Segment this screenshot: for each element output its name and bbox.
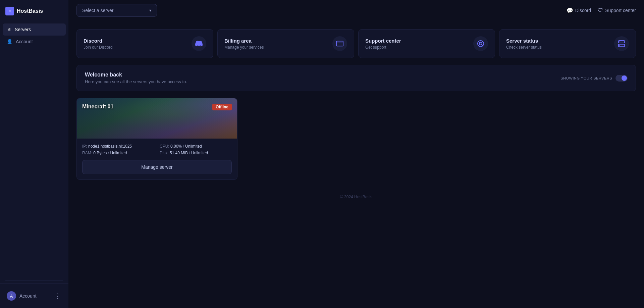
billing-card-title: Billing area [224,38,264,44]
sidebar-account-button[interactable]: A Account ⋮ [3,288,66,304]
billing-card-icon [332,36,347,51]
support-link-label: Support center [605,8,636,13]
avatar: A [7,291,16,301]
manage-server-button[interactable]: Manage server [82,160,232,174]
account-label: Account [19,293,37,299]
footer-text: © 2024 HostBasis [340,195,372,199]
sidebar-bottom: A Account ⋮ [0,284,68,308]
svg-line-4 [479,42,480,43]
app-name: HostBasis [17,8,43,14]
discord-link-label: Discord [575,8,591,13]
server-card-overlay: Minecraft 01 Offline [77,98,237,139]
showing-servers-label: SHOWING YOUR SERVERS [560,76,612,80]
discord-icon: 💬 [567,7,573,14]
discord-link[interactable]: 💬 Discord [567,7,591,14]
server-status-card-title: Server status [506,38,542,44]
server-card-body: IP: node1.hostbasis.nl:1025 CPU: 0.00% /… [77,139,237,179]
welcome-title: Welcome back [85,72,187,78]
quick-link-server-status[interactable]: Server status Check server status [499,29,636,58]
servers-list: Minecraft 01 Offline IP: node1.hostbasis… [76,98,636,180]
sidebar-item-servers[interactable]: 🖥 Servers [3,23,66,36]
server-ram: RAM: 0 Bytes / Unlimited [82,151,154,155]
svg-line-6 [482,42,483,43]
servers-icon: 🖥 [7,27,11,32]
footer: © 2024 HostBasis [76,189,636,205]
sidebar: ≡ HostBasis 🖥 Servers 👤 Account A Accoun… [0,0,68,308]
server-cpu: CPU: 0.00% / Unlimited [160,144,232,149]
server-status-card-icon [614,36,629,51]
sidebar-item-label-servers: Servers [15,27,31,32]
sidebar-divider [5,280,63,281]
sidebar-item-account[interactable]: 👤 Account [3,36,66,48]
discord-card-subtitle: Join our Discord [84,45,113,50]
svg-rect-0 [336,41,343,46]
showing-servers-toggle[interactable] [615,75,628,82]
quick-link-support[interactable]: Support center Get support [358,29,495,58]
main-content: Select a server ▾ 💬 Discord 🛡 Support ce… [68,0,644,308]
welcome-section: Welcome back Here you can see all the se… [76,65,636,91]
sidebar-item-label-account: Account [16,39,33,44]
content-area: Discord Join our Discord Billing area Ma… [68,21,644,213]
server-status-card-subtitle: Check server status [506,45,542,50]
support-card-icon [473,36,488,51]
billing-card-subtitle: Manage your services [224,45,264,50]
sidebar-logo: ≡ HostBasis [0,0,68,22]
welcome-subtitle: Here you can see all the servers you hav… [85,79,187,84]
support-link[interactable]: 🛡 Support center [598,7,636,13]
discord-card-title: Discord [84,38,113,44]
server-ip: IP: node1.hostbasis.nl:1025 [82,144,154,149]
toggle-knob [622,75,627,81]
showing-servers-toggle-area: SHOWING YOUR SERVERS [560,75,628,82]
select-server-dropdown[interactable]: Select a server ▾ [76,4,157,17]
support-card-subtitle: Get support [365,45,401,50]
discord-card-icon [192,36,206,51]
sidebar-nav: 🖥 Servers 👤 Account [0,22,68,278]
server-stats: IP: node1.hostbasis.nl:1025 CPU: 0.00% /… [82,144,232,155]
support-card-title: Support center [365,38,401,44]
support-center-icon: 🛡 [598,7,603,13]
server-disk: Disk: 51.49 MiB / Unlimited [160,151,232,155]
topbar: Select a server ▾ 💬 Discord 🛡 Support ce… [68,0,644,21]
svg-line-7 [479,45,480,46]
select-server-label: Select a server [82,8,113,13]
server-card-minecraft01: Minecraft 01 Offline IP: node1.hostbasis… [76,98,237,180]
svg-line-5 [482,45,483,46]
account-icon: 👤 [7,39,12,44]
quick-link-billing[interactable]: Billing area Manage your services [217,29,354,58]
chevron-down-icon: ▾ [149,8,151,13]
topbar-right: 💬 Discord 🛡 Support center [567,7,636,14]
server-card-header: Minecraft 01 Offline [77,98,237,139]
quick-links-grid: Discord Join our Discord Billing area Ma… [76,29,636,58]
more-options-icon[interactable]: ⋮ [53,292,62,300]
status-badge: Offline [212,104,232,110]
server-name: Minecraft 01 [82,104,113,110]
logo-icon: ≡ [5,7,14,15]
quick-link-discord[interactable]: Discord Join our Discord [76,29,213,58]
